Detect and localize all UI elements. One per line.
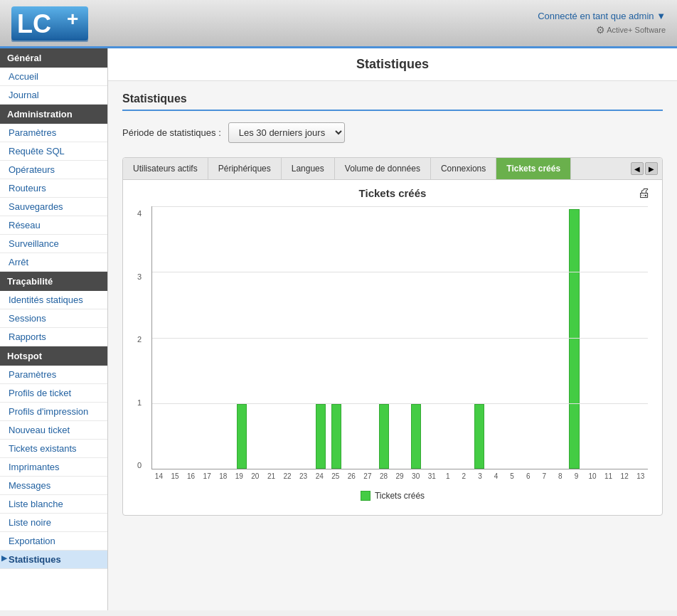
x-label: 13 (633, 472, 648, 480)
tab-langues[interactable]: Langues (282, 158, 335, 179)
x-label: 24 (312, 472, 327, 480)
main-content: Statistiques Statistiques Période de sta… (108, 48, 677, 610)
sidebar-item-paramtres[interactable]: Paramètres (0, 366, 107, 384)
bar-group (614, 209, 629, 469)
y-label: 2 (137, 335, 142, 344)
bars-area (151, 206, 648, 469)
sidebar-item-journal[interactable]: Journal (0, 86, 107, 105)
sidebar-section-hotspot: Hotspot (0, 346, 107, 366)
x-label: 8 (553, 472, 568, 480)
bar (474, 404, 484, 469)
x-label: 5 (505, 472, 520, 480)
sidebar-section-traabilit: Traçabilité (0, 272, 107, 291)
tabs-header: Utilisateurs actifsPériphériquesLanguesV… (123, 158, 662, 180)
sidebar-item-paramtres[interactable]: Paramètres (0, 124, 107, 142)
x-label: 16 (183, 472, 198, 480)
page-title: Statistiques (122, 57, 663, 72)
connected-user-link[interactable]: Connecté en tant que admin ▼ (538, 11, 666, 21)
sidebar-item-statistiques[interactable]: Statistiques (0, 551, 107, 569)
sidebar-item-sauvegardes[interactable]: Sauvegardes (0, 198, 107, 216)
x-label: 17 (200, 472, 215, 480)
bar-group (551, 209, 565, 469)
x-label: 4 (489, 472, 503, 480)
activeplus-text: Active+ Software (607, 26, 666, 34)
sidebar-item-nouveauticket[interactable]: Nouveau ticket (0, 421, 107, 440)
bar-group (631, 209, 645, 469)
tab-volumededonnes[interactable]: Volume de données (335, 158, 431, 179)
sidebar-item-arrt[interactable]: Arrêt (0, 253, 107, 272)
connected-text: Connecté en tant que admin (538, 11, 654, 21)
sidebar-item-accueil[interactable]: Accueil (0, 68, 107, 86)
sidebar-item-rseau[interactable]: Réseau (0, 216, 107, 235)
sidebar-item-ticketsexistants[interactable]: Tickets existants (0, 440, 107, 458)
tab-ticketscrs[interactable]: Tickets créés (496, 158, 571, 179)
bar-group (266, 209, 280, 469)
bar-group (425, 209, 439, 469)
sidebar-item-identitsstatiques[interactable]: Identités statiques (0, 291, 107, 309)
tab-next-arrow[interactable]: ▶ (645, 162, 658, 175)
sidebar-item-exportation[interactable]: Exportation (0, 532, 107, 551)
period-select[interactable]: Les 30 derniers joursLes 7 derniers jour… (228, 122, 345, 143)
page-title-bar: Statistiques (108, 48, 677, 81)
bar-group (155, 209, 169, 469)
sidebar-item-profilsdimpression[interactable]: Profils d'impression (0, 403, 107, 421)
y-label: 1 (137, 398, 142, 407)
bar (237, 404, 247, 469)
dropdown-arrow-icon: ▼ (656, 11, 666, 21)
x-label: 28 (376, 472, 391, 480)
sidebar-item-messages[interactable]: Messages (0, 477, 107, 495)
sidebar-item-rapports[interactable]: Rapports (0, 328, 107, 346)
chart-title: Tickets créés (137, 187, 648, 199)
chart-area: 🖨 Tickets créés 43210 141516171 (123, 180, 662, 515)
bar (411, 404, 421, 469)
bar-group (187, 209, 201, 469)
bar-group (520, 209, 534, 469)
tab-priphriques[interactable]: Périphériques (208, 158, 282, 179)
x-label: 22 (280, 472, 295, 480)
bar-group (314, 209, 328, 469)
bar-group (377, 209, 391, 469)
x-label: 27 (361, 472, 375, 480)
sidebar-item-profilsdeticket[interactable]: Profils de ticket (0, 384, 107, 403)
x-label: 10 (585, 472, 600, 480)
bar-group (361, 209, 375, 469)
sidebar-item-requtesql[interactable]: Requête SQL (0, 142, 107, 161)
x-label: 14 (151, 472, 166, 480)
layout: GénéralAccueilJournalAdministrationParam… (0, 48, 677, 610)
print-icon[interactable]: 🖨 (638, 186, 651, 201)
x-label: 30 (408, 472, 423, 480)
sidebar-item-imprimantes[interactable]: Imprimantes (0, 458, 107, 477)
bar (569, 209, 579, 469)
x-labels: 1415161718192021222324252627282930311234… (151, 472, 648, 480)
legend-label: Tickets créés (375, 491, 425, 501)
tab-utilisateursactifs[interactable]: Utilisateurs actifs (123, 158, 208, 179)
gear-icon: ⚙ (596, 24, 605, 36)
legend-color-box (361, 491, 371, 501)
x-label: 9 (569, 472, 584, 480)
x-label: 3 (473, 472, 488, 480)
x-label: 25 (328, 472, 343, 480)
bar-group (472, 209, 486, 469)
x-label: 19 (232, 472, 247, 480)
bar-group (535, 209, 550, 469)
x-label: 12 (617, 472, 632, 480)
sidebar-item-surveillance[interactable]: Surveillance (0, 235, 107, 253)
bar (316, 404, 326, 469)
period-row: Période de statistiques : Les 30 dernier… (122, 122, 663, 143)
tab-connexions[interactable]: Connexions (431, 158, 496, 179)
tab-prev-arrow[interactable]: ◀ (631, 162, 644, 175)
sidebar-item-sessions[interactable]: Sessions (0, 309, 107, 328)
bar-group (346, 209, 360, 469)
bar-group (440, 209, 454, 469)
bar-group (393, 209, 407, 469)
sidebar-item-oprateurs[interactable]: Opérateurs (0, 161, 107, 179)
content-area: Statistiques Période de statistiques : L… (108, 81, 677, 527)
bar-group (456, 209, 470, 469)
y-axis: 43210 (137, 206, 146, 484)
sidebar-item-routeurs[interactable]: Routeurs (0, 179, 107, 198)
bar-group (488, 209, 502, 469)
bar-group (567, 209, 581, 469)
sidebar-item-listenoire[interactable]: Liste noire (0, 514, 107, 532)
sidebar-item-listeblanche[interactable]: Liste blanche (0, 495, 107, 514)
x-label: 26 (344, 472, 359, 480)
